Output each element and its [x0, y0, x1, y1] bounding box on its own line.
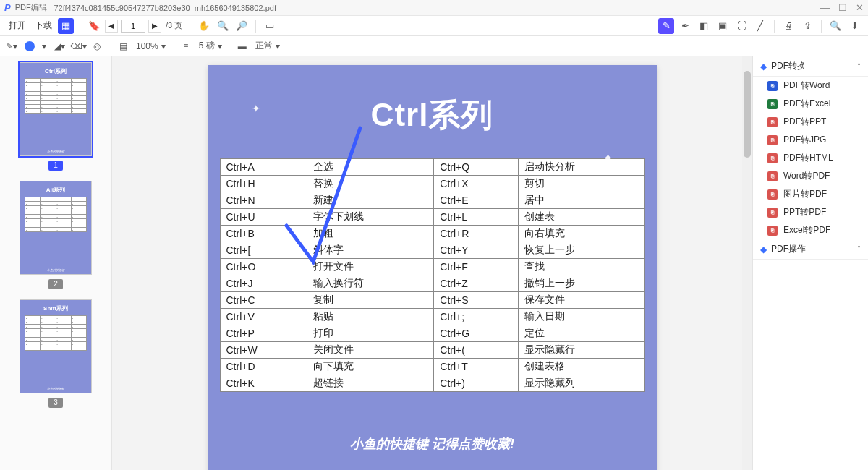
table-row: Ctrl+C复制Ctrl+S保存文件 — [220, 292, 644, 309]
page-prev-button[interactable]: ◀ — [105, 20, 118, 33]
zoom-out-icon[interactable]: 🔎 — [234, 18, 250, 34]
convert-item[interactable]: ⎘PDF转PPT — [753, 113, 868, 131]
table-row: Ctrl+J输入换行符Ctrl+Z撤销上一步 — [220, 275, 644, 292]
convert-item[interactable]: ⎘PDF转Excel — [753, 95, 868, 113]
highlight-icon[interactable]: ◢▾ — [54, 40, 65, 52]
stamp-icon[interactable]: ◎ — [91, 40, 103, 52]
file-type-icon: ⎘ — [767, 117, 778, 127]
open-button[interactable]: 打开 — [6, 18, 29, 33]
thumbnail-panel: Ctrl系列--------------------------------小鱼… — [0, 56, 112, 470]
edit-mode-icon[interactable]: ✎ — [658, 18, 674, 34]
crop-icon[interactable]: ⛶ — [733, 18, 749, 34]
convert-item[interactable]: ⎘Word转PDF — [753, 167, 868, 185]
file-type-icon: ⎘ — [767, 189, 778, 200]
table-row: Ctrl+B加粗Ctrl+R向右填充 — [220, 226, 644, 242]
signature-icon[interactable]: ✒ — [677, 18, 693, 34]
sparkle-icon: ✦ — [603, 150, 613, 166]
main-toolbar: 打开 下载 ▦ 🔖 ◀ ▶ /3 页 ✋ 🔍 🔎 ▭ ✎ ✒ ◧ ▣ ⛶ ╱ 🖨… — [0, 16, 868, 36]
file-type-icon: ⎘ — [767, 153, 778, 163]
panel-header-convert[interactable]: ◆ PDF转换 ˄ — [753, 56, 868, 77]
linewidth-icon[interactable]: ≡ — [180, 40, 192, 52]
titlebar: P PDF编辑 - 72ff4374c081455c90547277b8203e… — [0, 0, 868, 16]
table-row: Ctrl+D向下填充Ctrl+T创建表格 — [220, 359, 644, 375]
zoom-in-icon[interactable]: 🔍 — [215, 18, 231, 34]
page-next-button[interactable]: ▶ — [148, 20, 161, 33]
line-tool-icon[interactable]: ╱ — [752, 18, 768, 34]
stroke-select[interactable]: 5 磅 ▾ — [199, 40, 222, 52]
mode-select[interactable]: 正常 ▾ — [255, 40, 280, 52]
thumbnail[interactable]: Alt系列--------------------------------小鱼的… — [20, 181, 92, 289]
file-type-icon: ⎘ — [767, 99, 778, 109]
pen-icon[interactable]: ✎▾ — [6, 40, 17, 52]
table-row: Ctrl+O打开文件Ctrl+F查找 — [220, 259, 644, 275]
sparkle-icon: ✦ — [252, 103, 260, 114]
convert-item[interactable]: ⎘PPT转PDF — [753, 203, 868, 221]
share-icon[interactable]: ⇪ — [799, 18, 815, 34]
operate-icon: ◆ — [760, 244, 767, 255]
page-footer: 小鱼的快捷键 记得点赞收藏! — [220, 435, 645, 453]
page-input[interactable] — [121, 20, 145, 33]
minimize-icon[interactable]: — — [820, 2, 830, 13]
grid-view-icon[interactable]: ▦ — [58, 18, 74, 34]
app-name: PDF编辑 — [15, 2, 47, 13]
convert-icon: ◆ — [760, 61, 767, 72]
convert-item[interactable]: ⎘PDF转JPG — [753, 131, 868, 149]
search-icon[interactable]: 🔍 — [827, 18, 843, 34]
panel-header-operate[interactable]: ◆ PDF操作 ˅ — [753, 239, 868, 260]
thumbnail[interactable]: Ctrl系列--------------------------------小鱼… — [20, 62, 92, 171]
thumbnail[interactable]: Shift系列--------------------------------小… — [20, 299, 92, 408]
page-content: ✦ ✦ Ctrl系列 Ctrl+A全选Ctrl+Q启动快分析Ctrl+H替换Ct… — [208, 65, 657, 470]
table-row: Ctrl+V粘贴Ctrl+;输入日期 — [220, 309, 644, 325]
hand-tool-icon[interactable]: ✋ — [196, 18, 212, 34]
table-row: Ctrl+U字体下划线Ctrl+L创建表 — [220, 209, 644, 226]
fit-width-icon[interactable]: ▭ — [262, 18, 278, 34]
convert-item[interactable]: ⎘PDF转HTML — [753, 149, 868, 167]
table-row: Ctrl+P打印Ctrl+G定位 — [220, 325, 644, 342]
table-row: Ctrl+K超链接Ctrl+)显示隐藏列 — [220, 375, 644, 392]
layout-icon[interactable]: ▤ — [117, 40, 129, 52]
convert-item[interactable]: ⎘PDF转Word — [753, 77, 868, 95]
page-title: Ctrl系列 — [220, 94, 645, 137]
eraser-icon[interactable]: ⌫▾ — [72, 40, 84, 52]
chevron-up-icon: ˄ — [857, 62, 861, 70]
page-total: /3 页 — [166, 20, 182, 31]
insert-image-icon[interactable]: ▣ — [715, 18, 731, 34]
chevron-down-icon: ˅ — [857, 245, 861, 253]
color-swatch[interactable] — [25, 41, 35, 51]
app-logo: P — [4, 2, 11, 13]
zoom-select[interactable]: 100% ▾ — [136, 41, 166, 51]
save-icon[interactable]: ⬇ — [846, 18, 862, 34]
convert-item[interactable]: ⎘Excel转PDF — [753, 221, 868, 239]
print-icon[interactable]: 🖨 — [780, 18, 796, 34]
document-canvas[interactable]: ✦ ✦ Ctrl系列 Ctrl+A全选Ctrl+Q启动快分析Ctrl+H替换Ct… — [112, 56, 752, 470]
maximize-icon[interactable]: ☐ — [838, 2, 847, 13]
table-row: Ctrl+[斜体字Ctrl+Y恢复上一步 — [220, 242, 644, 259]
scrollbar[interactable] — [742, 56, 752, 470]
table-row: Ctrl+A全选Ctrl+Q启动快分析 — [220, 159, 644, 176]
download-button[interactable]: 下载 — [32, 18, 55, 33]
file-type-icon: ⎘ — [767, 135, 778, 145]
mode-icon[interactable]: ▬ — [237, 40, 248, 52]
table-row: Ctrl+H替换Ctrl+X剪切 — [220, 176, 644, 192]
erase-icon[interactable]: ◧ — [696, 18, 712, 34]
convert-panel: ◆ PDF转换 ˄ ⎘PDF转Word⎘PDF转Excel⎘PDF转PPT⎘PD… — [752, 56, 868, 470]
file-name: 72ff4374c081455c90547277b8203e30_mh16560… — [54, 4, 276, 12]
format-toolbar: ✎▾ ▾ ◢▾ ⌫▾ ◎ ▤ 100% ▾ ≡ 5 磅 ▾ ▬ 正常 ▾ — [0, 36, 868, 56]
file-type-icon: ⎘ — [767, 171, 778, 181]
convert-item[interactable]: ⎘图片转PDF — [753, 185, 868, 203]
table-row: Ctrl+W关闭文件Ctrl+(显示隐藏行 — [220, 342, 644, 359]
table-row: Ctrl+N新建Ctrl+E居中 — [220, 192, 644, 209]
file-type-icon: ⎘ — [767, 208, 778, 218]
bookmark-icon[interactable]: 🔖 — [86, 18, 102, 34]
file-type-icon: ⎘ — [767, 226, 778, 236]
shortcut-table: Ctrl+A全选Ctrl+Q启动快分析Ctrl+H替换Ctrl+X剪切Ctrl+… — [220, 158, 645, 392]
close-icon[interactable]: ✕ — [856, 2, 864, 13]
file-type-icon: ⎘ — [767, 81, 778, 91]
